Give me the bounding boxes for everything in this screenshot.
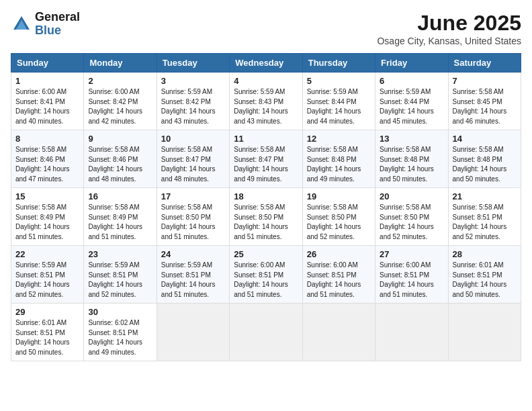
table-row: 16 Sunrise: 5:58 AM Sunset: 8:49 PM Dayl… bbox=[84, 188, 157, 246]
empty-cell bbox=[157, 304, 229, 361]
calendar-header: Sunday Monday Tuesday Wednesday Thursday… bbox=[11, 54, 521, 73]
table-row: 21 Sunrise: 5:58 AM Sunset: 8:51 PM Dayl… bbox=[448, 188, 521, 246]
day-info: Sunrise: 6:02 AM Sunset: 8:51 PM Dayligh… bbox=[88, 318, 152, 357]
day-info: Sunrise: 5:58 AM Sunset: 8:51 PM Dayligh… bbox=[453, 203, 517, 242]
day-number: 22 bbox=[15, 249, 79, 259]
header-thursday: Thursday bbox=[302, 54, 375, 73]
table-row: 17 Sunrise: 5:58 AM Sunset: 8:50 PM Dayl… bbox=[157, 188, 229, 246]
day-info: Sunrise: 5:58 AM Sunset: 8:48 PM Dayligh… bbox=[380, 145, 443, 184]
day-info: Sunrise: 5:58 AM Sunset: 8:50 PM Dayligh… bbox=[307, 203, 371, 242]
day-info: Sunrise: 6:00 AM Sunset: 8:51 PM Dayligh… bbox=[380, 261, 443, 300]
day-number: 27 bbox=[380, 249, 443, 259]
day-number: 24 bbox=[161, 249, 225, 259]
logo-text: General Blue bbox=[35, 11, 80, 38]
table-row: 29 Sunrise: 6:01 AM Sunset: 8:51 PM Dayl… bbox=[11, 304, 84, 361]
day-number: 29 bbox=[15, 307, 79, 317]
logo: General Blue bbox=[11, 11, 80, 38]
day-info: Sunrise: 6:01 AM Sunset: 8:51 PM Dayligh… bbox=[453, 261, 517, 300]
day-number: 11 bbox=[234, 134, 298, 144]
day-info: Sunrise: 6:00 AM Sunset: 8:51 PM Dayligh… bbox=[307, 261, 371, 300]
header-sunday: Sunday bbox=[11, 54, 84, 73]
table-row: 11 Sunrise: 5:58 AM Sunset: 8:47 PM Dayl… bbox=[230, 130, 302, 188]
day-info: Sunrise: 5:59 AM Sunset: 8:51 PM Dayligh… bbox=[161, 261, 225, 300]
table-row: 3 Sunrise: 5:59 AM Sunset: 8:42 PM Dayli… bbox=[157, 73, 229, 130]
day-number: 15 bbox=[15, 191, 79, 201]
day-number: 18 bbox=[234, 191, 298, 201]
day-number: 17 bbox=[161, 191, 225, 201]
day-number: 7 bbox=[453, 76, 517, 86]
day-number: 30 bbox=[88, 307, 152, 317]
day-info: Sunrise: 6:00 AM Sunset: 8:41 PM Dayligh… bbox=[15, 87, 79, 126]
day-info: Sunrise: 6:00 AM Sunset: 8:42 PM Dayligh… bbox=[88, 87, 152, 126]
day-number: 12 bbox=[307, 134, 371, 144]
day-info: Sunrise: 5:58 AM Sunset: 8:47 PM Dayligh… bbox=[161, 145, 225, 184]
table-row: 4 Sunrise: 5:59 AM Sunset: 8:43 PM Dayli… bbox=[230, 73, 302, 130]
day-number: 3 bbox=[161, 76, 225, 86]
day-number: 20 bbox=[380, 191, 443, 201]
table-row: 23 Sunrise: 5:59 AM Sunset: 8:51 PM Dayl… bbox=[84, 246, 157, 304]
day-info: Sunrise: 5:58 AM Sunset: 8:49 PM Dayligh… bbox=[88, 203, 152, 242]
table-row: 13 Sunrise: 5:58 AM Sunset: 8:48 PM Dayl… bbox=[375, 130, 448, 188]
header-friday: Friday bbox=[375, 54, 448, 73]
month-title: June 2025 bbox=[377, 11, 521, 36]
day-info: Sunrise: 5:58 AM Sunset: 8:49 PM Dayligh… bbox=[15, 203, 79, 242]
day-number: 13 bbox=[380, 134, 443, 144]
day-info: Sunrise: 5:58 AM Sunset: 8:46 PM Dayligh… bbox=[88, 145, 152, 184]
table-row: 20 Sunrise: 5:58 AM Sunset: 8:50 PM Dayl… bbox=[375, 188, 448, 246]
day-info: Sunrise: 5:59 AM Sunset: 8:51 PM Dayligh… bbox=[15, 261, 79, 300]
title-section: June 2025 Osage City, Kansas, United Sta… bbox=[377, 11, 521, 46]
day-info: Sunrise: 5:59 AM Sunset: 8:43 PM Dayligh… bbox=[234, 87, 298, 126]
table-row: 10 Sunrise: 5:58 AM Sunset: 8:47 PM Dayl… bbox=[157, 130, 229, 188]
page-header: General Blue June 2025 Osage City, Kansa… bbox=[11, 11, 521, 46]
day-info: Sunrise: 5:58 AM Sunset: 8:48 PM Dayligh… bbox=[453, 145, 517, 184]
header-saturday: Saturday bbox=[448, 54, 521, 73]
day-number: 6 bbox=[380, 76, 443, 86]
day-number: 19 bbox=[307, 191, 371, 201]
day-info: Sunrise: 5:58 AM Sunset: 8:48 PM Dayligh… bbox=[307, 145, 371, 184]
table-row: 18 Sunrise: 5:58 AM Sunset: 8:50 PM Dayl… bbox=[230, 188, 302, 246]
day-number: 28 bbox=[453, 249, 517, 259]
calendar-row: 15 Sunrise: 5:58 AM Sunset: 8:49 PM Dayl… bbox=[11, 188, 521, 246]
calendar-row: 1 Sunrise: 6:00 AM Sunset: 8:41 PM Dayli… bbox=[11, 73, 521, 130]
day-number: 14 bbox=[453, 134, 517, 144]
calendar-row: 22 Sunrise: 5:59 AM Sunset: 8:51 PM Dayl… bbox=[11, 246, 521, 304]
header-monday: Monday bbox=[84, 54, 157, 73]
logo-blue: Blue bbox=[35, 24, 80, 38]
table-row: 19 Sunrise: 5:58 AM Sunset: 8:50 PM Dayl… bbox=[302, 188, 375, 246]
day-info: Sunrise: 5:58 AM Sunset: 8:45 PM Dayligh… bbox=[453, 87, 517, 126]
day-info: Sunrise: 5:58 AM Sunset: 8:50 PM Dayligh… bbox=[161, 203, 225, 242]
empty-cell bbox=[302, 304, 375, 361]
table-row: 8 Sunrise: 5:58 AM Sunset: 8:46 PM Dayli… bbox=[11, 130, 84, 188]
logo-general: General bbox=[35, 11, 80, 24]
table-row: 27 Sunrise: 6:00 AM Sunset: 8:51 PM Dayl… bbox=[375, 246, 448, 304]
table-row: 28 Sunrise: 6:01 AM Sunset: 8:51 PM Dayl… bbox=[448, 246, 521, 304]
day-info: Sunrise: 5:58 AM Sunset: 8:50 PM Dayligh… bbox=[234, 203, 298, 242]
day-number: 2 bbox=[88, 76, 152, 86]
table-row: 25 Sunrise: 6:00 AM Sunset: 8:51 PM Dayl… bbox=[230, 246, 302, 304]
location: Osage City, Kansas, United States bbox=[377, 36, 521, 46]
header-tuesday: Tuesday bbox=[157, 54, 229, 73]
day-number: 23 bbox=[88, 249, 152, 259]
day-number: 1 bbox=[15, 76, 79, 86]
table-row: 7 Sunrise: 5:58 AM Sunset: 8:45 PM Dayli… bbox=[448, 73, 521, 130]
day-info: Sunrise: 6:01 AM Sunset: 8:51 PM Dayligh… bbox=[15, 318, 79, 357]
table-row: 26 Sunrise: 6:00 AM Sunset: 8:51 PM Dayl… bbox=[302, 246, 375, 304]
day-info: Sunrise: 5:59 AM Sunset: 8:51 PM Dayligh… bbox=[88, 261, 152, 300]
day-info: Sunrise: 5:59 AM Sunset: 8:42 PM Dayligh… bbox=[161, 87, 225, 126]
calendar-row: 29 Sunrise: 6:01 AM Sunset: 8:51 PM Dayl… bbox=[11, 304, 521, 361]
day-number: 26 bbox=[307, 249, 371, 259]
table-row: 22 Sunrise: 5:59 AM Sunset: 8:51 PM Dayl… bbox=[11, 246, 84, 304]
empty-cell bbox=[375, 304, 448, 361]
table-row: 30 Sunrise: 6:02 AM Sunset: 8:51 PM Dayl… bbox=[84, 304, 157, 361]
day-info: Sunrise: 5:58 AM Sunset: 8:46 PM Dayligh… bbox=[15, 145, 79, 184]
day-number: 25 bbox=[234, 249, 298, 259]
empty-cell bbox=[448, 304, 521, 361]
table-row: 2 Sunrise: 6:00 AM Sunset: 8:42 PM Dayli… bbox=[84, 73, 157, 130]
day-number: 5 bbox=[307, 76, 371, 86]
day-number: 9 bbox=[88, 134, 152, 144]
calendar-row: 8 Sunrise: 5:58 AM Sunset: 8:46 PM Dayli… bbox=[11, 130, 521, 188]
table-row: 9 Sunrise: 5:58 AM Sunset: 8:46 PM Dayli… bbox=[84, 130, 157, 188]
table-row: 1 Sunrise: 6:00 AM Sunset: 8:41 PM Dayli… bbox=[11, 73, 84, 130]
day-number: 21 bbox=[453, 191, 517, 201]
logo-icon bbox=[11, 13, 32, 35]
